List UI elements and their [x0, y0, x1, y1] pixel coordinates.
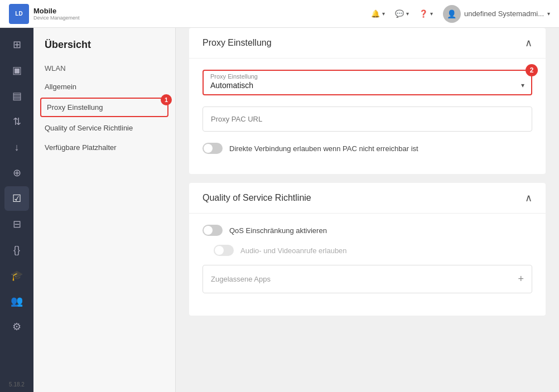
proxy-section-body: Proxy Einstellung Automatisch ▾ 2 — [189, 59, 546, 174]
bell-button[interactable]: 🔔 ▾ — [371, 9, 385, 18]
badge-1: 1 — [161, 94, 172, 105]
help-button[interactable]: ❓ ▾ — [419, 9, 433, 18]
apps-row: Zugelassene Apps + — [203, 265, 532, 293]
logo-text: Mobile Device Management — [33, 7, 80, 21]
nav-users[interactable]: 👥 — [4, 289, 29, 313]
chart-icon: ▤ — [12, 90, 22, 102]
direct-connection-label: Direkte Verbindung erlauben wenn PAC nic… — [229, 144, 418, 153]
monitor-icon: ▣ — [12, 64, 22, 76]
direct-connection-row: Direkte Verbindung erlauben wenn PAC nic… — [203, 143, 532, 154]
audio-toggle-row: Audio- und Videoanrufe erlauben — [214, 245, 532, 256]
sidebar-item-qos[interactable]: Quality of Service Richtlinie — [33, 118, 175, 138]
avatar: 👤 — [443, 5, 461, 23]
qos-section-body: QoS Einschränkung aktivieren Audio- und … — [189, 214, 546, 316]
bell-chevron: ▾ — [382, 11, 385, 17]
version-label: 5.18.2 — [9, 381, 25, 388]
chat-button[interactable]: 💬 ▾ — [395, 9, 409, 18]
proxy-setting-field: Proxy Einstellung Automatisch ▾ 2 — [203, 70, 532, 95]
nav-grid[interactable]: ⊞ — [4, 32, 29, 57]
split-icon: ⊟ — [13, 218, 21, 230]
nav-edu[interactable]: 🎓 — [4, 263, 29, 288]
users-icon: 👥 — [11, 295, 23, 307]
proxy-setting-label: Proxy Einstellung — [210, 73, 524, 80]
help-chevron: ▾ — [430, 11, 433, 17]
sidebar-wide: Übersicht WLAN Allgemein Proxy Einstellu… — [33, 28, 176, 392]
nav-transfer[interactable]: ⇅ — [4, 109, 29, 134]
sidebar-narrow: ⊞ ▣ ▤ ⇅ ↓ ⊕ ☑ ⊟ {} 🎓 👥 ⚙ 5.18.2 — [0, 28, 33, 392]
sidebar-section-wlan: WLAN — [33, 60, 175, 77]
user-chevron: ▾ — [547, 11, 550, 17]
transfer-icon: ⇅ — [13, 115, 21, 128]
download-icon: ↓ — [15, 142, 20, 153]
header-right: 🔔 ▾ 💬 ▾ ❓ ▾ 👤 undefined Systemadmi... ▾ — [371, 5, 550, 23]
sidebar-item-proxy-wrapper: Proxy Einstellung 1 — [33, 96, 175, 118]
code-icon: {} — [13, 244, 20, 256]
user-label: undefined Systemadmi... — [464, 9, 544, 18]
apps-placeholder-label: Zugelassene Apps — [211, 275, 271, 283]
grid-icon: ⊞ — [13, 38, 21, 51]
proxy-collapse-button[interactable]: ∧ — [525, 37, 532, 49]
header: LD Mobile Device Management 🔔 ▾ 💬 ▾ ❓ ▾ … — [0, 0, 559, 28]
sidebar-title: Übersicht — [33, 39, 175, 60]
qos-toggle-label: QoS Einschränkung aktivieren — [229, 226, 327, 235]
sidebar-item-proxy-einstellung[interactable]: Proxy Einstellung 1 — [40, 98, 168, 117]
apps-add-button[interactable]: + — [518, 273, 524, 285]
nav-settings[interactable]: ⚙ — [4, 314, 29, 339]
proxy-section-card: Proxy Einstellung ∧ Proxy Einstellung Au… — [189, 28, 546, 174]
qos-section-card: Quality of Service Richtlinie ∧ QoS Eins… — [189, 183, 546, 316]
main-layout: ⊞ ▣ ▤ ⇅ ↓ ⊕ ☑ ⊟ {} 🎓 👥 ⚙ 5.18.2 Übersich… — [0, 28, 559, 392]
pac-url-input[interactable] — [203, 107, 532, 132]
nav-monitor[interactable]: ▣ — [4, 58, 29, 83]
nav-code[interactable]: {} — [4, 238, 29, 262]
settings-icon: ⚙ — [12, 321, 21, 333]
audio-toggle[interactable] — [214, 245, 234, 256]
logo-icon: LD — [9, 4, 29, 24]
nav-download[interactable]: ↓ — [4, 135, 29, 159]
nav-plus[interactable]: ⊕ — [4, 161, 29, 185]
nav-policy[interactable]: ☑ — [4, 186, 29, 211]
proxy-setting-group: Proxy Einstellung Automatisch ▾ 2 — [203, 70, 532, 95]
plus-circle-icon: ⊕ — [13, 167, 21, 179]
chat-chevron: ▾ — [406, 11, 409, 17]
edu-icon: 🎓 — [11, 269, 23, 282]
qos-toggle-row: QoS Einschränkung aktivieren — [203, 225, 532, 236]
header-left: LD Mobile Device Management — [9, 4, 80, 24]
proxy-section-title: Proxy Einstellung — [203, 38, 272, 48]
proxy-setting-select[interactable]: Automatisch — [210, 81, 524, 90]
nav-chart[interactable]: ▤ — [4, 84, 29, 108]
user-menu-button[interactable]: 👤 undefined Systemadmi... ▾ — [443, 5, 550, 23]
logo-subtitle: Device Management — [33, 15, 80, 21]
pac-url-group — [203, 107, 532, 132]
content-area: Proxy Einstellung ∧ Proxy Einstellung Au… — [176, 28, 559, 392]
qos-toggle[interactable] — [203, 225, 223, 236]
help-icon: ❓ — [419, 9, 428, 18]
sidebar-item-allgemein[interactable]: Allgemein — [33, 77, 175, 96]
nav-split[interactable]: ⊟ — [4, 212, 29, 236]
qos-collapse-button[interactable]: ∧ — [525, 192, 532, 204]
audio-toggle-label: Audio- und Videoanrufe erlauben — [240, 246, 347, 255]
qos-section-header: Quality of Service Richtlinie ∧ — [189, 183, 546, 214]
avatar-icon: 👤 — [447, 9, 456, 18]
policy-icon: ☑ — [12, 192, 21, 205]
proxy-setting-select-wrapper: Automatisch ▾ — [210, 81, 524, 90]
bell-icon: 🔔 — [371, 9, 380, 18]
apps-group: Zugelassene Apps + — [203, 265, 532, 293]
badge-2: 2 — [526, 64, 538, 76]
sidebar-item-placeholder[interactable]: Verfügbare Platzhalter — [33, 138, 175, 157]
chat-icon: 💬 — [395, 9, 404, 18]
logo-title: Mobile — [33, 7, 80, 15]
direct-connection-toggle[interactable] — [203, 143, 223, 154]
qos-section-title: Quality of Service Richtlinie — [203, 193, 311, 203]
proxy-section-header: Proxy Einstellung ∧ — [189, 28, 546, 59]
